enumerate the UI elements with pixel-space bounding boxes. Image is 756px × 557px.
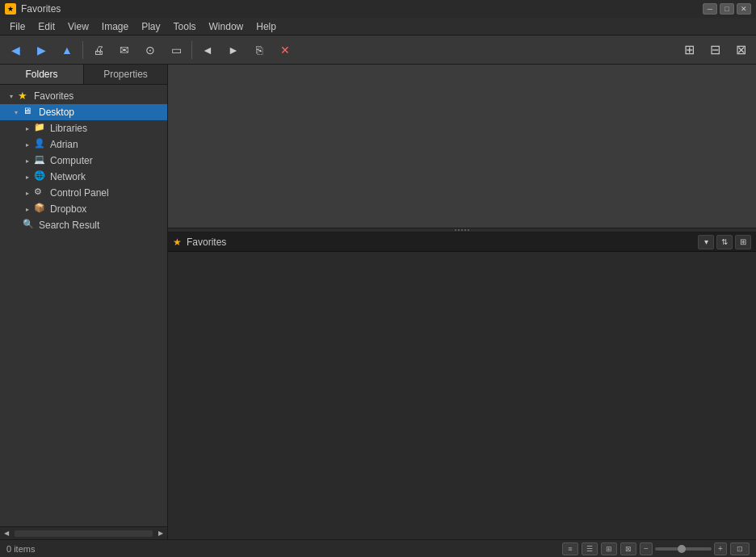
dropbox-icon: 📦 (34, 203, 47, 216)
zoom-out-button[interactable]: − (640, 542, 653, 555)
title-bar-left: ★ Favorites (5, 3, 61, 15)
panel-tabs: Folders Properties (0, 65, 167, 85)
print-button[interactable]: 🖨 (86, 39, 111, 61)
divider-dot (461, 229, 463, 231)
tree-label-dropbox: Dropbox (50, 203, 86, 215)
menu-bar: File Edit View Image Play Tools Window H… (0, 18, 756, 36)
divider-handle (455, 229, 469, 231)
up-button[interactable]: ▲ (55, 39, 79, 61)
tree-label-adrian: Adrian (50, 139, 78, 150)
preview-header-controls: ▾ ⇅ ⊞ (698, 235, 751, 249)
tree-item-favorites[interactable]: ▾ ★ Favorites (0, 88, 167, 104)
favorites-icon: ★ (18, 90, 31, 103)
close-button[interactable]: ✕ (737, 3, 751, 15)
zoom-thumb[interactable] (678, 545, 686, 553)
status-view-btn-4[interactable]: ⊠ (620, 542, 636, 555)
menu-tools[interactable]: Tools (167, 19, 203, 34)
horizontal-scrollbar[interactable]: ◀ ▶ (0, 526, 167, 539)
tree-item-adrian[interactable]: ▸ 👤 Adrian (0, 136, 167, 153)
toolbar-right: ⊞ ⊟ ⊠ (677, 39, 753, 61)
toolbar-separator-1 (82, 41, 83, 59)
status-view-btn-1[interactable]: ≡ (562, 542, 578, 555)
tab-folders[interactable]: Folders (0, 65, 84, 84)
view-detail-button[interactable]: ⊠ (729, 39, 753, 61)
left-panel: Folders Properties ▾ ★ Favorites ▾ 🖥 Des… (0, 65, 168, 539)
status-text: 0 items (6, 544, 35, 554)
preview-title-text: Favorites (187, 237, 698, 248)
email-button[interactable]: ✉ (112, 39, 136, 61)
prev-button[interactable]: ◄ (195, 39, 220, 61)
hscroll-track[interactable] (15, 530, 153, 537)
next-button[interactable]: ► (221, 39, 246, 61)
zoom-in-button[interactable]: + (714, 542, 727, 555)
tree-label-network: Network (50, 171, 86, 182)
divider-dot (464, 229, 466, 231)
menu-play[interactable]: Play (135, 19, 166, 34)
burn-button[interactable]: ⊙ (138, 39, 162, 61)
scroll-right-arrow[interactable]: ▶ (154, 527, 167, 540)
menu-help[interactable]: Help (250, 19, 283, 34)
tab-properties[interactable]: Properties (84, 65, 167, 84)
delete-button[interactable]: ✕ (273, 39, 297, 61)
tree-item-search-result[interactable]: 🔍 Search Result (0, 217, 167, 233)
tree-label-favorites: Favorites (34, 90, 74, 102)
expand-search-icon (11, 220, 21, 230)
tree-label-desktop: Desktop (39, 107, 74, 118)
expand-control-panel-icon: ▸ (23, 188, 32, 198)
tree-item-control-panel[interactable]: ▸ ⚙ Control Panel (0, 185, 167, 201)
preview-title-icon: ★ (173, 237, 182, 248)
main-container: Folders Properties ▾ ★ Favorites ▾ 🖥 Des… (0, 65, 756, 539)
scroll-left-arrow[interactable]: ◀ (0, 527, 13, 540)
divider-dot (455, 229, 456, 231)
view-thumb-button[interactable]: ⊞ (677, 39, 701, 61)
divider-dot (458, 229, 460, 231)
slideshow-button[interactable]: ▭ (164, 39, 188, 61)
tree-label-libraries: Libraries (50, 123, 87, 134)
preview-header: ★ Favorites ▾ ⇅ ⊞ (168, 232, 756, 252)
expand-adrian-icon: ▸ (23, 140, 32, 149)
forward-button[interactable]: ▶ (29, 39, 53, 61)
window-controls: ─ □ ✕ (703, 3, 751, 15)
toolbar-separator-2 (191, 41, 192, 59)
tree-label-search-result: Search Result (39, 220, 99, 231)
status-view-btn-3[interactable]: ⊞ (601, 542, 617, 555)
tree-label-control-panel: Control Panel (50, 187, 109, 199)
back-button[interactable]: ◀ (3, 39, 27, 61)
folder-tree[interactable]: ▾ ★ Favorites ▾ 🖥 Desktop ▸ 📁 Libraries … (0, 85, 167, 526)
tree-item-network[interactable]: ▸ 🌐 Network (0, 169, 167, 185)
preview-expand-button[interactable]: ⊞ (735, 235, 751, 249)
expand-dropbox-icon: ▸ (23, 204, 32, 214)
right-panel: ★ Favorites ▾ ⇅ ⊞ (168, 65, 756, 539)
divider-dot (468, 229, 469, 231)
network-icon: 🌐 (34, 170, 47, 183)
copy-button[interactable]: ⎘ (247, 39, 271, 61)
preview-dropdown-button[interactable]: ▾ (698, 235, 714, 249)
menu-image[interactable]: Image (95, 19, 135, 34)
menu-view[interactable]: View (61, 19, 95, 34)
expand-desktop-icon: ▾ (11, 107, 21, 117)
maximize-button[interactable]: □ (720, 3, 734, 15)
minimize-button[interactable]: ─ (703, 3, 717, 15)
menu-edit[interactable]: Edit (32, 19, 61, 34)
tree-item-computer[interactable]: ▸ 💻 Computer (0, 153, 167, 169)
menu-file[interactable]: File (3, 19, 32, 34)
expand-libraries-icon: ▸ (23, 124, 32, 133)
preview-content-area (168, 252, 756, 539)
libraries-icon: 📁 (34, 122, 47, 135)
preview-sort-button[interactable]: ⇅ (716, 235, 733, 249)
search-result-icon: 🔍 (23, 219, 36, 232)
tree-item-dropbox[interactable]: ▸ 📦 Dropbox (0, 201, 167, 217)
adrian-icon: 👤 (34, 138, 47, 151)
view-list-button[interactable]: ⊟ (703, 39, 727, 61)
tree-item-libraries[interactable]: ▸ 📁 Libraries (0, 120, 167, 136)
menu-window[interactable]: Window (203, 19, 250, 34)
preview-panel: ★ Favorites ▾ ⇅ ⊞ (168, 232, 756, 539)
main-view-area (168, 65, 756, 228)
status-extra-btn[interactable]: ⊡ (730, 542, 750, 555)
status-view-btn-2[interactable]: ☰ (582, 542, 598, 555)
zoom-slider-container: − + (640, 542, 727, 555)
expand-favorites-icon: ▾ (6, 91, 16, 101)
control-panel-icon: ⚙ (34, 186, 47, 199)
zoom-slider[interactable] (655, 547, 712, 551)
tree-item-desktop[interactable]: ▾ 🖥 Desktop (0, 104, 167, 120)
